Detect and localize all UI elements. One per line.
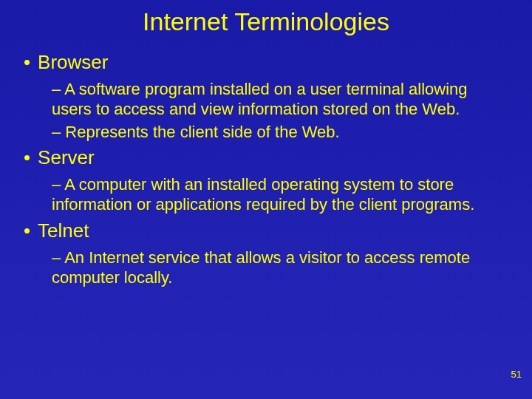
definition-item: – An Internet service that allows a visi… <box>52 248 501 288</box>
term-heading: • Telnet <box>24 219 508 242</box>
page-number: 51 <box>511 369 522 380</box>
term-label: Server <box>38 146 95 169</box>
definition-item: – Represents the client side of the Web. <box>52 123 501 143</box>
term-details: – A computer with an installed operating… <box>24 175 508 215</box>
bullet-icon: • <box>24 219 30 242</box>
definition-item: – A computer with an installed operating… <box>52 175 501 215</box>
slide-title: Internet Terminologies <box>0 0 532 47</box>
term-details: – An Internet service that allows a visi… <box>24 248 508 288</box>
term-label: Browser <box>38 51 108 74</box>
slide-content: • Browser – A software program installed… <box>0 51 532 288</box>
definition-item: – A software program installed on a user… <box>52 80 501 120</box>
bullet-icon: • <box>24 51 30 74</box>
bullet-icon: • <box>24 146 30 169</box>
term-label: Telnet <box>38 219 89 242</box>
term-heading: • Browser <box>24 51 508 74</box>
term-heading: • Server <box>24 146 508 169</box>
term-details: – A software program installed on a user… <box>24 80 508 142</box>
